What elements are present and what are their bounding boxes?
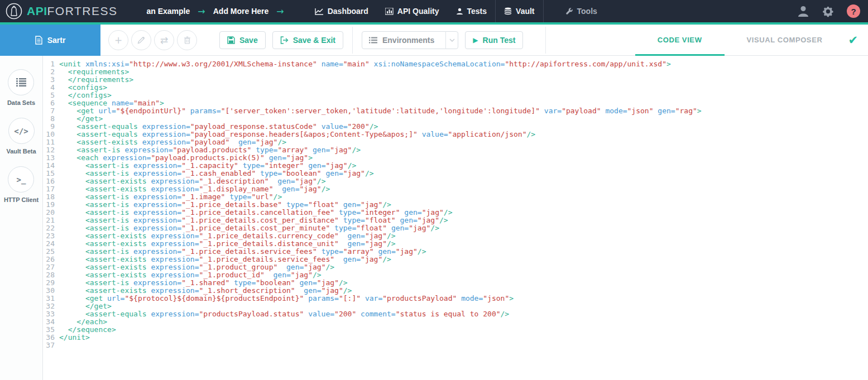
code-line[interactable]	[59, 341, 868, 349]
line-number: 19	[43, 201, 55, 209]
nav-item-dashboard[interactable]: Dashboard	[306, 0, 377, 22]
line-number: 22	[43, 224, 55, 232]
chevron-down-icon	[449, 39, 455, 42]
breadcrumb-item-project[interactable]: an Example	[146, 7, 190, 16]
test-actions: + ⇄	[108, 30, 197, 50]
code-line[interactable]: <assert-is expression="_1.price_details.…	[59, 201, 868, 209]
code-line[interactable]: <assert-is expression="_1.capacity" type…	[59, 162, 868, 170]
edit-button[interactable]	[131, 30, 151, 50]
toolbar-divider	[352, 27, 353, 54]
pencil-icon	[137, 36, 145, 44]
code-view-label: CODE VIEW	[658, 36, 702, 44]
line-number: 23	[43, 232, 55, 240]
user-account-icon[interactable]	[797, 5, 809, 17]
plus-icon: +	[114, 35, 122, 46]
topbar-right-controls: ?	[797, 4, 868, 18]
help-icon[interactable]: ?	[847, 4, 860, 18]
code-line[interactable]: <assert-is expression="_1.price_details.…	[59, 224, 868, 232]
line-number: 11	[43, 138, 55, 146]
code-line[interactable]: </get>	[59, 302, 868, 310]
database-icon	[504, 7, 512, 15]
code-area[interactable]: <unit xmlns:xsi="http://www.w3.org/2001/…	[57, 60, 868, 380]
line-chart-icon	[315, 8, 324, 15]
code-line[interactable]: <assert-is expression="_1.price_details.…	[59, 248, 868, 256]
nav-item-api-quality[interactable]: API Quality	[377, 0, 448, 22]
delete-button[interactable]	[177, 30, 197, 50]
wrench-icon	[565, 7, 573, 15]
code-line[interactable]: <get url="${endpointUrl}" params="['serv…	[59, 107, 868, 115]
environments-caret[interactable]	[445, 31, 458, 49]
code-line[interactable]: <assert-exists expression="_1.display_na…	[59, 185, 868, 193]
line-number: 27	[43, 263, 55, 271]
code-line[interactable]: <sequence name="main">	[59, 99, 868, 107]
save-exit-label: Save & Exit	[293, 36, 335, 45]
save-button[interactable]: Save	[219, 31, 266, 49]
sidebar-item-vault-beta[interactable]: </> Vault Beta	[6, 118, 36, 155]
sidebar-item-http-client[interactable]: >_ HTTP Client	[4, 166, 39, 203]
code-line[interactable]: </configs>	[59, 92, 868, 99]
line-number: 14	[43, 162, 55, 170]
code-line[interactable]: <each expression="payload.products.pick(…	[59, 154, 868, 162]
code-line[interactable]: </sequence>	[59, 326, 868, 334]
code-line[interactable]: <assert-equals expression="productsPaylo…	[59, 310, 868, 318]
line-number: 25	[43, 248, 55, 256]
line-number: 17	[43, 185, 55, 193]
validate-check-icon[interactable]: ✔	[848, 33, 858, 47]
nav-item-tests[interactable]: Tests	[448, 0, 496, 22]
run-test-button[interactable]: ▶ Run Test	[465, 31, 523, 49]
line-number: 29	[43, 279, 55, 287]
code-line[interactable]: <assert-exists expression="_1.price_deta…	[59, 240, 868, 248]
nav-item-tools[interactable]: Tools	[557, 0, 606, 22]
save-label: Save	[239, 36, 258, 45]
code-line[interactable]: <assert-is expression="_1.cash_enabled" …	[59, 170, 868, 177]
code-line[interactable]: <assert-is expression="_1.image" type="u…	[59, 193, 868, 201]
line-number: 31	[43, 295, 55, 302]
tab-code-view[interactable]: CODE VIEW	[635, 25, 725, 56]
bar-chart-icon	[385, 8, 394, 15]
environments-dropdown[interactable]: Environments	[362, 31, 458, 49]
code-line[interactable]: </each>	[59, 318, 868, 326]
code-line[interactable]: <assert-is expression="_1.shared" type="…	[59, 279, 868, 287]
run-test-label: Run Test	[483, 36, 516, 45]
transfer-button[interactable]: ⇄	[154, 30, 174, 50]
code-line[interactable]: <assert-exists expression="payload" gen=…	[59, 138, 868, 146]
active-test-tab[interactable]: Sartr	[0, 25, 100, 56]
play-icon: ▶	[473, 36, 478, 44]
breadcrumb-item-test[interactable]: Add More Here	[213, 7, 269, 16]
code-line[interactable]: </get>	[59, 115, 868, 123]
code-line[interactable]: <assert-exists expression="_1.product_id…	[59, 271, 868, 279]
line-number: 35	[43, 326, 55, 334]
add-button[interactable]: +	[108, 30, 128, 50]
code-line[interactable]: <assert-exists expression="_1.product_gr…	[59, 263, 868, 271]
settings-gear-icon[interactable]	[822, 5, 835, 18]
sidebar-item-label: Vault Beta	[6, 148, 36, 155]
code-line[interactable]: <assert-exists expression="_1.price_deta…	[59, 232, 868, 240]
nav-item-vault[interactable]: Vault	[496, 0, 543, 22]
code-line[interactable]: <assert-is expression="_1.price_details.…	[59, 209, 868, 217]
code-editor[interactable]: 1234567891011121314151617181920212223242…	[43, 56, 868, 380]
code-line[interactable]: <requirements>	[59, 68, 868, 76]
code-line[interactable]: </unit>	[59, 334, 868, 341]
save-exit-button[interactable]: Save & Exit	[272, 31, 343, 49]
line-number: 15	[43, 170, 55, 177]
breadcrumb-arrow-icon: →	[198, 6, 205, 17]
tab-visual-composer[interactable]: VISUAL COMPOSER	[725, 25, 845, 56]
code-line[interactable]: <assert-exists expression="_1.descriptio…	[59, 177, 868, 185]
apifortress-logo[interactable]: API FORTRESS	[0, 3, 117, 20]
code-icon: </>	[14, 127, 28, 136]
code-line[interactable]: <unit xmlns:xsi="http://www.w3.org/2001/…	[59, 60, 868, 68]
code-line[interactable]: <assert-equals expression="payload_respo…	[59, 123, 868, 131]
code-line[interactable]: <assert-equals expression="payload_respo…	[59, 131, 868, 138]
code-line[interactable]: <assert-exists expression="_1.price_deta…	[59, 256, 868, 263]
line-number: 8	[43, 115, 55, 123]
code-line[interactable]: </requirements>	[59, 76, 868, 84]
line-number: 6	[43, 99, 55, 107]
code-line[interactable]: <assert-exists expression="_1.short_desc…	[59, 287, 868, 295]
code-line[interactable]: <get url="${protocol}${domain}${products…	[59, 295, 868, 302]
code-line[interactable]: <assert-is expression="payload.products"…	[59, 146, 868, 154]
code-line[interactable]: <configs>	[59, 84, 868, 92]
sidebar-item-data-sets[interactable]: Data Sets	[7, 69, 35, 106]
nav-separator	[543, 0, 544, 22]
breadcrumb-arrow-icon: →	[276, 6, 284, 17]
code-line[interactable]: <assert-is expression="_1.price_details.…	[59, 217, 868, 224]
